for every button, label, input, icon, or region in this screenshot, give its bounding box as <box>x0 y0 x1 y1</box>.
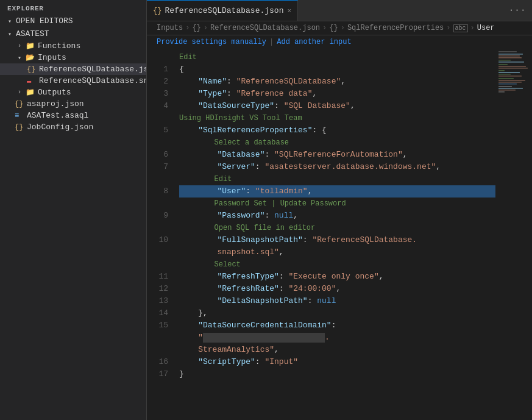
svg-rect-9 <box>498 68 528 69</box>
tab-more-button[interactable]: ··· <box>502 5 532 16</box>
json-icon-ref: {} <box>27 65 37 74</box>
code-line-11: "RefreshType": "Execute only once", <box>179 271 495 283</box>
tab-label: ReferenceSQLDatabase.json <box>165 6 283 15</box>
breadcrumb-user[interactable]: User <box>477 24 495 32</box>
code-comment-password: Password Set | Update Password <box>179 198 495 210</box>
svg-rect-15 <box>498 80 525 81</box>
ref-sql-snap-label: ReferenceSQLDatabase.sn... <box>39 76 147 85</box>
code-line-9: "Password": null, <box>179 210 495 222</box>
sidebar-section-open-editors[interactable]: OPEN EDITORS <box>0 15 146 27</box>
code-line-15: "DataSourceCredentialDomain": <box>179 319 495 332</box>
svg-rect-1 <box>498 51 517 52</box>
editor-toolbar: Provide settings manually | Add another … <box>147 35 532 49</box>
svg-rect-14 <box>498 78 514 79</box>
sidebar-item-outputs[interactable]: 📁 Outputs <box>0 87 146 98</box>
breadcrumb-sql-ref-props[interactable]: SqlReferenceProperties <box>347 24 444 32</box>
add-input-link[interactable]: Add another input <box>277 38 351 46</box>
code-editor[interactable]: 1 2 3 4 5 6 7 8 9 10 11 12 13 14 <box>147 49 495 420</box>
outputs-label: Outputs <box>38 88 71 97</box>
svg-rect-20 <box>498 90 516 91</box>
breadcrumb-icon1: {} <box>192 24 200 32</box>
code-line-7: "Server": "asatestserver.database.window… <box>179 161 495 173</box>
code-line-6: "Database": "SQLReferenceForAutomation", <box>179 149 495 161</box>
svg-rect-6 <box>498 62 524 63</box>
code-lines: Edit { "Name": "ReferenceSQLDatabase", "… <box>174 49 495 420</box>
code-line-4: "DataSourceType": "SQL Database", <box>179 100 495 112</box>
code-line-10b: snapshot.sql", <box>179 246 495 258</box>
svg-rect-3 <box>498 55 520 57</box>
open-editors-label: OPEN EDITORS <box>16 16 73 26</box>
svg-rect-10 <box>498 70 505 71</box>
breadcrumb-icon2: {} <box>329 24 338 32</box>
sidebar-item-jobconfig[interactable]: {} JobConfig.json <box>0 121 146 133</box>
svg-rect-4 <box>498 57 522 59</box>
provide-settings-link[interactable]: Provide settings manually <box>157 38 266 46</box>
breadcrumb-filename[interactable]: ReferenceSQLDatabase.json <box>210 24 320 32</box>
svg-rect-16 <box>498 82 522 83</box>
svg-rect-13 <box>498 76 522 77</box>
inputs-chevron <box>15 54 24 62</box>
breadcrumb-abc-icon: abc <box>453 24 468 32</box>
sidebar-item-inputs[interactable]: 📂 Inputs <box>0 52 146 63</box>
code-comment-select-db: Select a database <box>179 137 495 149</box>
sidebar-item-ref-sql-snap[interactable]: ▬ ReferenceSQLDatabase.sn... <box>0 75 146 87</box>
outputs-chevron <box>15 89 24 96</box>
inputs-label: Inputs <box>38 53 66 62</box>
autocomplete-box <box>203 333 325 343</box>
code-line-10: "FullSnapshotPath": "ReferenceSQLDatabas… <box>179 234 495 246</box>
snap-icon-ref: ▬ <box>27 77 37 85</box>
svg-rect-7 <box>498 64 508 65</box>
code-line-17: } <box>179 368 495 380</box>
code-line-8: "User": "tolladmin", <box>179 185 495 198</box>
code-line-14: }, <box>179 307 495 319</box>
asaql-icon: ≡ <box>15 112 24 120</box>
svg-rect-11 <box>498 72 520 73</box>
tab-bar: {} ReferenceSQLDatabase.json × ··· <box>147 0 532 21</box>
explorer-title: EXPLORER <box>0 0 146 15</box>
svg-rect-19 <box>498 88 523 89</box>
functions-label: Functions <box>38 41 80 51</box>
sidebar-section-asatest[interactable]: ASATEST <box>0 27 146 40</box>
breadcrumb: Inputs › {} › ReferenceSQLDatabase.json … <box>147 21 532 35</box>
breadcrumb-inputs[interactable]: Inputs <box>157 24 183 32</box>
code-line-13: "DeltaSnapshotPath": null <box>179 295 495 307</box>
code-line-2: "Name": "ReferenceSQLDatabase", <box>179 76 495 88</box>
sidebar: EXPLORER OPEN EDITORS ASATEST 📁 Function… <box>0 0 147 420</box>
code-line-12: "RefreshRate": "24:00:00", <box>179 283 495 295</box>
json-icon-jobconfig: {} <box>15 123 24 132</box>
code-line-16: "ScriptType": "Input" <box>179 356 495 368</box>
open-editors-chevron <box>5 18 15 25</box>
ref-sql-json-label: ReferenceSQLDatabase.json <box>39 65 147 74</box>
code-line-15b: " . <box>179 332 495 344</box>
tab-ref-sql[interactable]: {} ReferenceSQLDatabase.json × <box>147 0 298 21</box>
code-line-1: { <box>179 63 495 76</box>
code-comment-hdinsight: Using HDInsight VS Tool Team <box>179 112 495 124</box>
svg-rect-8 <box>498 66 526 67</box>
code-line-3: "Type": "Reference data", <box>179 88 495 100</box>
line-numbers: 1 2 3 4 5 6 7 8 9 10 11 12 13 14 <box>147 49 174 420</box>
functions-chevron <box>15 43 24 49</box>
minimap-svg <box>495 49 531 171</box>
code-area: 1 2 3 4 5 6 7 8 9 10 11 12 13 14 <box>147 49 532 420</box>
code-comment-sql-file: Open SQL file in editor <box>179 222 495 234</box>
jobconfig-label: JobConfig.json <box>27 123 93 132</box>
code-line-15c: StreamAnalytics", <box>179 344 495 356</box>
tab-close-button[interactable]: × <box>287 7 291 15</box>
asatest-label: ASATEST <box>16 29 49 38</box>
json-icon-asaproj: {} <box>15 100 24 109</box>
inputs-folder-icon: 📂 <box>26 53 35 62</box>
minimap <box>495 49 532 420</box>
sidebar-item-asaql[interactable]: ≡ ASATest.asaql <box>0 110 146 121</box>
asaql-label: ASATest.asaql <box>27 111 88 120</box>
sidebar-item-asaproj[interactable]: {} asaproj.json <box>0 98 146 110</box>
sidebar-item-ref-sql-json[interactable]: {} ReferenceSQLDatabase.json <box>0 63 146 75</box>
svg-rect-21 <box>498 91 505 93</box>
asaproj-label: asaproj.json <box>27 99 84 109</box>
svg-rect-18 <box>498 86 512 87</box>
asatest-chevron <box>5 30 15 38</box>
svg-rect-2 <box>498 54 523 55</box>
svg-rect-5 <box>498 60 511 61</box>
sidebar-item-functions[interactable]: 📁 Functions <box>0 40 146 52</box>
svg-rect-0 <box>495 49 531 171</box>
code-line-5: "SqlReferenceProperties": { <box>179 124 495 137</box>
